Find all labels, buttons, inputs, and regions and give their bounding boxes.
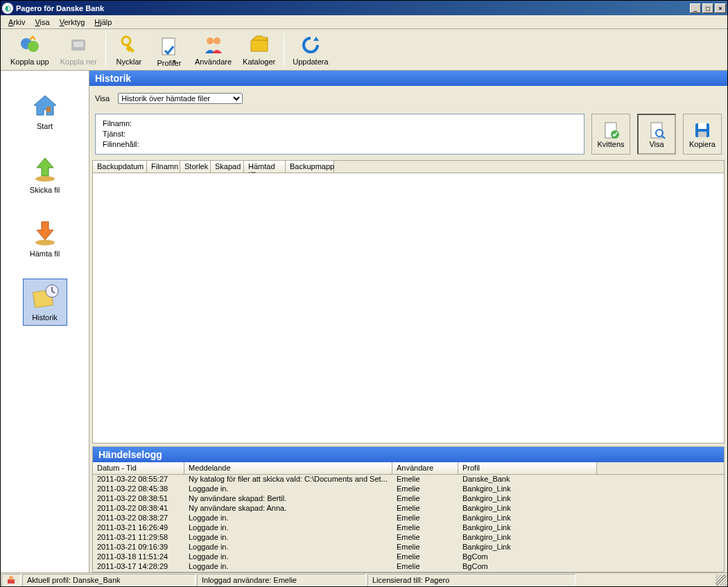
eventlog-row[interactable]: 2011-03-21 09:16:39Loggade in.EmelieBank… xyxy=(93,543,724,552)
svg-rect-19 xyxy=(698,132,707,137)
visa-select[interactable]: Historik över hämtade filer xyxy=(118,93,243,104)
cell-msg: Loggade in. xyxy=(186,543,394,552)
uppdatera-button[interactable]: Uppdatera xyxy=(287,31,333,69)
col-storlek[interactable]: Storlek xyxy=(180,161,211,173)
col-meddelande[interactable]: Meddelande xyxy=(184,462,392,474)
main: Start Skicka fil Hämta fil Historik Hist… xyxy=(1,71,727,572)
statusbar: Aktuell profil: Danske_Bank Inloggad anv… xyxy=(1,572,727,586)
svg-point-10 xyxy=(35,240,55,245)
cell-msg: Ny användare skapad: Anna. xyxy=(186,504,394,514)
col-hamtad-till[interactable]: Hämtad till xyxy=(244,161,286,173)
detail-box: Filnamn: Tjänst: Filinnehåll: xyxy=(95,114,584,155)
eventlog: Händelselogg Datum - Tid Meddelande Anvä… xyxy=(92,446,725,572)
eventlog-row[interactable]: 2011-03-18 11:51:24Loggade in.EmelieBgCo… xyxy=(93,552,724,562)
home-icon xyxy=(31,91,59,119)
cell-prof: Bankgiro_Link xyxy=(460,494,598,504)
koppla-upp-button[interactable]: Koppla upp xyxy=(5,31,55,69)
eventlog-row[interactable]: 2011-03-22 08:38:27Loggade in.EmelieBank… xyxy=(93,514,724,523)
svg-point-4 xyxy=(122,37,130,45)
chevron-down-icon[interactable]: ▼ xyxy=(172,59,177,64)
sidebar-start[interactable]: Start xyxy=(23,87,67,134)
status-profil: Aktuell profil: Danske_Bank xyxy=(22,574,196,586)
users-icon xyxy=(202,34,225,56)
eventlog-row[interactable]: 2011-03-22 08:38:41Ny användare skapad: … xyxy=(93,504,724,514)
cell-user: Emelie xyxy=(394,562,460,572)
cell-user: Emelie xyxy=(394,533,460,543)
cell-msg: Ny katalog för filer att skicka vald: C:… xyxy=(186,475,394,484)
visa-label: Visa xyxy=(95,94,110,103)
col-datum[interactable]: Datum - Tid xyxy=(93,462,184,474)
cell-user: Emelie xyxy=(394,475,460,484)
svg-point-21 xyxy=(9,576,13,580)
file-table-header: Backupdatum Filnamn Storlek Skapad Hämta… xyxy=(93,161,724,173)
kopiera-button[interactable]: Kopiera xyxy=(683,114,722,155)
svg-point-7 xyxy=(214,37,220,44)
eventlog-row[interactable]: 2011-03-21 11:29:58Loggade in.EmelieBank… xyxy=(93,533,724,543)
tjanst-label: Tjänst: xyxy=(103,129,577,139)
eventlog-row[interactable]: 2011-03-17 14:28:29Loggade in.EmelieBgCo… xyxy=(93,562,724,572)
sidebar-skicka[interactable]: Skicka fil xyxy=(23,151,67,198)
filter-row: Visa Historik över hämtade filer xyxy=(89,86,727,111)
svg-rect-18 xyxy=(698,123,707,129)
cell-msg: Loggade in. xyxy=(186,562,394,572)
cell-date: 2011-03-22 08:38:41 xyxy=(94,504,186,514)
profiler-button[interactable]: Profiler ▼ xyxy=(149,33,189,67)
col-filnamn[interactable]: Filnamn xyxy=(147,161,180,173)
sidebar: Start Skicka fil Hämta fil Historik xyxy=(1,71,89,572)
eventlog-body[interactable]: 2011-03-22 08:55:27Ny katalog för filer … xyxy=(93,475,724,572)
cell-msg: Loggade in. xyxy=(186,514,394,523)
cell-date: 2011-03-22 08:38:27 xyxy=(94,514,186,523)
menu-verktyg[interactable]: Verktyg xyxy=(55,17,90,28)
cell-user: Emelie xyxy=(394,484,460,494)
visa-button[interactable]: Visa xyxy=(637,114,676,155)
file-table-body xyxy=(93,173,724,443)
menu-hjalp[interactable]: Hjälp xyxy=(89,17,116,28)
col-profil[interactable]: Profil xyxy=(458,462,597,474)
cell-date: 2011-03-21 16:26:49 xyxy=(94,523,186,533)
status-licens: Licensierad till: Pagero xyxy=(367,574,575,586)
folders-icon xyxy=(248,34,270,56)
sidebar-hamta[interactable]: Hämta fil xyxy=(23,215,67,262)
window-title: Pagero för Danske Bank xyxy=(16,4,690,12)
keys-icon xyxy=(118,34,140,56)
col-backupmapp[interactable]: Backupmapp xyxy=(286,161,334,173)
toolbar: Koppla upp Koppla ner Nycklar Profiler ▼… xyxy=(1,29,727,71)
sidebar-historik[interactable]: Historik xyxy=(23,279,67,326)
nycklar-button[interactable]: Nycklar xyxy=(109,31,149,69)
cell-user: Emelie xyxy=(394,543,460,552)
menu-visa[interactable]: Visa xyxy=(30,17,54,28)
col-backupdatum[interactable]: Backupdatum xyxy=(93,161,147,173)
cell-prof: Bankgiro_Link xyxy=(460,514,598,523)
eventlog-row[interactable]: 2011-03-22 08:55:27Ny katalog för filer … xyxy=(93,475,724,484)
cell-prof: Bankgiro_Link xyxy=(460,543,598,552)
eventlog-header: Händelselogg xyxy=(93,447,724,462)
col-skapad[interactable]: Skapad xyxy=(211,161,244,173)
cell-msg: Ny användare skapad: Bertil. xyxy=(186,494,394,504)
anvandare-button[interactable]: Användare xyxy=(189,31,237,69)
filnamn-label: Filnamn: xyxy=(103,119,577,129)
col-anvandare[interactable]: Användare xyxy=(392,462,458,474)
eventlog-row[interactable]: 2011-03-22 08:45:38Loggade in.EmelieBank… xyxy=(93,484,724,494)
eventlog-row[interactable]: 2011-03-22 08:38:51Ny användare skapad: … xyxy=(93,494,724,504)
close-button[interactable]: × xyxy=(715,3,726,13)
minimize-button[interactable]: _ xyxy=(690,3,701,13)
maximize-button[interactable]: □ xyxy=(702,3,713,13)
filinnehall-label: Filinnehåll: xyxy=(103,139,577,150)
detail-row: Filnamn: Tjänst: Filinnehåll: Kvittens V… xyxy=(89,111,727,160)
refresh-icon xyxy=(300,34,322,56)
cell-prof: Danske_Bank xyxy=(460,475,598,484)
resize-grip[interactable] xyxy=(716,575,727,586)
cell-date: 2011-03-21 09:16:39 xyxy=(94,543,186,552)
cell-msg: Loggade in. xyxy=(186,552,394,562)
cell-date: 2011-03-17 14:28:29 xyxy=(94,562,186,572)
cell-user: Emelie xyxy=(394,494,460,504)
svg-rect-3 xyxy=(73,42,83,47)
kataloger-button[interactable]: Kataloger xyxy=(237,31,281,69)
download-icon xyxy=(31,219,59,247)
status-icon xyxy=(1,574,21,586)
cell-msg: Loggade in. xyxy=(186,484,394,494)
kvittens-button[interactable]: Kvittens xyxy=(591,114,630,155)
cell-prof: Bankgiro_Link xyxy=(460,533,598,543)
menu-arkiv[interactable]: Arkiv xyxy=(3,17,30,28)
eventlog-row[interactable]: 2011-03-21 16:26:49Loggade in.EmelieBank… xyxy=(93,523,724,533)
